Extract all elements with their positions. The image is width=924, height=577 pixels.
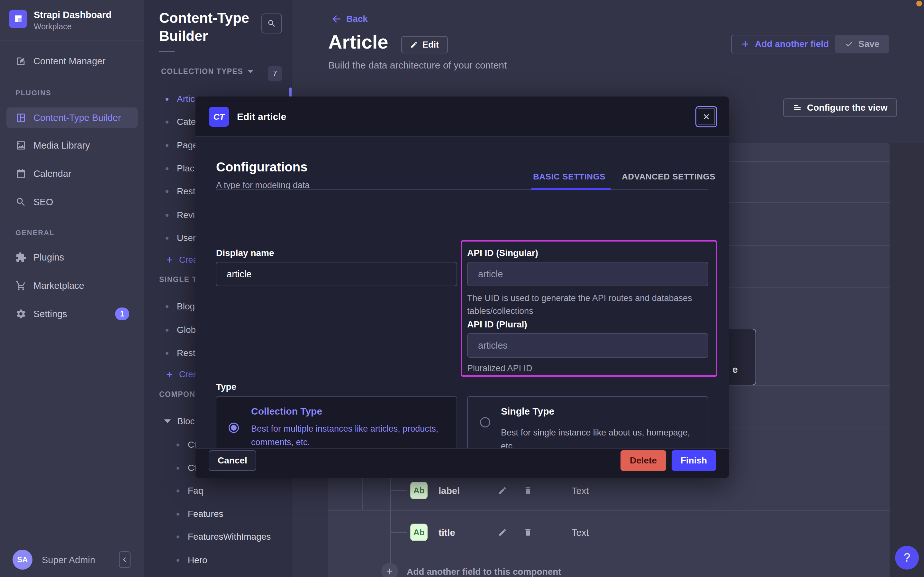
- help-button[interactable]: ?: [895, 546, 919, 570]
- page-title: Article: [328, 31, 388, 53]
- edit-button[interactable]: Edit: [401, 36, 448, 53]
- close-modal-button[interactable]: [696, 106, 717, 127]
- chevron-down-icon: [164, 419, 171, 423]
- user-name: Super Admin: [42, 555, 95, 566]
- tab-advanced-settings[interactable]: ADVANCED SETTINGS: [620, 169, 717, 184]
- item-label: Rest: [177, 348, 196, 358]
- row-actions: [497, 485, 539, 496]
- tab-basic-settings[interactable]: BASIC SETTINGS: [531, 169, 607, 184]
- collapse-sidebar-button[interactable]: [119, 551, 130, 568]
- plus-icon: [741, 40, 750, 48]
- sidebar-item-article[interactable]: Artic: [164, 93, 197, 105]
- display-name-label: Display name: [216, 248, 274, 258]
- sidebar-item-page[interactable]: Page: [164, 139, 200, 152]
- avatar[interactable]: SA: [13, 550, 32, 570]
- close-icon: [702, 113, 710, 121]
- sidebar-item-content-type-builder[interactable]: Content-Type Builder: [6, 107, 138, 128]
- text-field-type-badge: Ab: [410, 482, 427, 499]
- plus-icon: [166, 371, 173, 378]
- panel-title: Content-Type Builder: [159, 9, 259, 45]
- bullet-icon: [177, 513, 179, 516]
- back-link[interactable]: Back: [329, 13, 370, 24]
- edit-article-modal: CT Edit article Configurations A type fo…: [196, 97, 729, 478]
- delete-button[interactable]: Delete: [620, 450, 666, 471]
- configurations-title: Configurations: [216, 160, 307, 174]
- api-id-singular-help: The UID is used to generate the API rout…: [467, 292, 699, 318]
- search-button[interactable]: [261, 13, 282, 34]
- item-label: Artic: [177, 94, 195, 104]
- cancel-button[interactable]: Cancel: [209, 450, 256, 471]
- modal-footer: Cancel Delete Finish: [196, 448, 729, 478]
- sidebar-item-calendar[interactable]: Calendar: [6, 163, 138, 184]
- edit-field-button[interactable]: [497, 485, 508, 496]
- nav-label: SEO: [34, 197, 53, 208]
- collection-type-desc: Best for multiple instances like article…: [251, 422, 454, 449]
- edit-field-button[interactable]: [497, 527, 508, 538]
- item-label: Glob: [177, 325, 196, 335]
- sidebar-item-content-manager[interactable]: Content Manager: [6, 51, 138, 71]
- bullet-icon: [166, 329, 169, 332]
- item-label: FeaturesWithImages: [188, 532, 271, 542]
- add-component-field-label[interactable]: Add another field to this component: [407, 567, 561, 577]
- bullet-icon: [166, 214, 169, 217]
- collection-type-radio[interactable]: [228, 422, 239, 433]
- component-item-cta2[interactable]: Ct: [175, 461, 199, 474]
- collection-types-header[interactable]: COLLECTION TYPES: [159, 67, 255, 76]
- sidebar-item-plugins[interactable]: Plugins: [6, 247, 138, 268]
- sidebar-item-marketplace[interactable]: Marketplace: [6, 275, 138, 296]
- api-id-singular-input[interactable]: [467, 262, 708, 286]
- workspace-switcher[interactable]: Strapi Dashboard Workplace: [0, 0, 144, 41]
- sidebar-item-category[interactable]: Cate: [164, 116, 198, 128]
- field-type: Text: [572, 527, 589, 538]
- component-item-hero[interactable]: Hero: [175, 554, 209, 567]
- sidebar-item-seo[interactable]: SEO: [6, 192, 138, 212]
- nav-label: Calendar: [34, 169, 71, 179]
- item-label: Hero: [188, 555, 207, 566]
- configure-view-button[interactable]: Configure the view: [783, 98, 897, 117]
- nav-label: Content Manager: [34, 56, 106, 66]
- sidebar-item-blog[interactable]: Blog: [164, 300, 197, 313]
- component-item-features[interactable]: Features: [175, 508, 225, 521]
- active-tab-underline: [531, 188, 611, 190]
- puzzle-icon: [15, 252, 26, 263]
- finish-button[interactable]: Finish: [672, 450, 716, 471]
- back-label: Back: [346, 14, 368, 24]
- bullet-icon: [166, 144, 169, 147]
- bullet-icon: [166, 352, 169, 355]
- component-group-blocks[interactable]: Bloc: [162, 415, 196, 428]
- popover-fragment-text: e: [733, 364, 738, 375]
- bullet-icon: [166, 305, 169, 308]
- nav-label: Content-Type Builder: [34, 113, 121, 123]
- sidebar-item-restaurant[interactable]: Rest: [164, 185, 198, 198]
- add-component-field-button[interactable]: [381, 563, 398, 577]
- sidebar-item-restaurant-single[interactable]: Rest: [164, 347, 198, 359]
- collection-types-count-badge: 7: [268, 66, 282, 81]
- api-id-plural-input[interactable]: [467, 333, 708, 358]
- settings-notification-badge: 1: [115, 308, 129, 320]
- single-type-radio[interactable]: [480, 417, 490, 427]
- tabs-divider: [216, 189, 708, 190]
- modal-body: Configurations A type for modeling data …: [196, 137, 729, 448]
- sidebar-item-media-library[interactable]: Media Library: [6, 135, 138, 156]
- display-name-input[interactable]: [216, 262, 457, 286]
- row-divider: [328, 511, 890, 511]
- item-label: Revi: [177, 210, 195, 220]
- delete-field-button[interactable]: [522, 527, 534, 538]
- sidebar-item-place[interactable]: Plac: [164, 162, 196, 175]
- collection-type-title: Collection Type: [251, 406, 322, 417]
- configure-view-label: Configure the view: [807, 103, 887, 113]
- save-button[interactable]: Save: [835, 35, 889, 53]
- item-label: Features: [188, 509, 223, 519]
- component-item-faq[interactable]: Faq: [175, 484, 205, 497]
- add-another-field-button[interactable]: Add another field: [731, 35, 839, 53]
- item-label: Page: [177, 140, 198, 150]
- api-id-singular-label: API ID (Singular): [467, 248, 538, 258]
- sidebar-item-global[interactable]: Glob: [164, 324, 198, 337]
- delete-field-button[interactable]: [522, 485, 534, 496]
- bullet-icon: [177, 559, 179, 562]
- strapi-dashboard-screen: e Ab label Text Ab title Text: [0, 0, 924, 577]
- sidebar-item-user[interactable]: User: [164, 232, 198, 245]
- sidebar-item-review[interactable]: Revi: [164, 209, 197, 222]
- component-item-cta[interactable]: Ct: [175, 438, 199, 451]
- component-item-featureswithimages[interactable]: FeaturesWithImages: [175, 530, 273, 543]
